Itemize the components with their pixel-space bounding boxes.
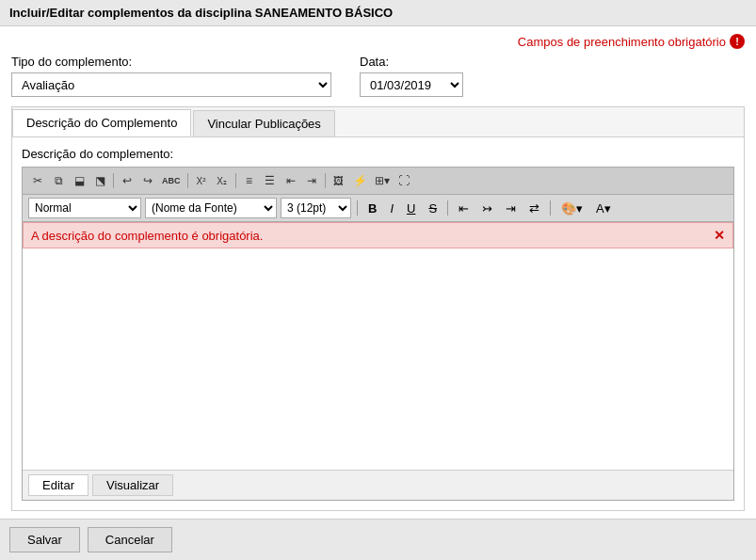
page-title: Incluir/Editar complementos da disciplin…: [0, 0, 756, 26]
required-notice: Campos de preenchimento obrigatório !: [11, 34, 745, 49]
ordered-list-button[interactable]: ≡: [240, 171, 259, 190]
tabs-area: Descrição do Complemento Vincular Public…: [11, 106, 745, 511]
font-color-button[interactable]: A▾: [591, 198, 616, 218]
edit-tab-button[interactable]: Editar: [28, 474, 88, 496]
unordered-list-button[interactable]: ☰: [261, 171, 280, 190]
align-left-button[interactable]: ⇤: [454, 198, 474, 218]
underline-button[interactable]: U: [402, 198, 420, 218]
italic-button[interactable]: I: [385, 198, 398, 218]
tab-descricao[interactable]: Descrição do Complemento: [12, 109, 191, 136]
editor-bottom-tabs: Editar Visualizar: [23, 470, 733, 500]
error-message: A descrição do complemento é obrigatória…: [31, 229, 263, 243]
tipo-group: Tipo do complemento: Avaliação Trabalho …: [11, 55, 331, 97]
data-group: Data: 01/03/2019 02/03/2019: [360, 55, 463, 97]
form-row: Tipo do complemento: Avaliação Trabalho …: [11, 55, 745, 97]
preview-tab-button[interactable]: Visualizar: [92, 474, 173, 496]
highlight-color-button[interactable]: 🎨▾: [556, 198, 587, 218]
align-justify-button[interactable]: ⇄: [524, 198, 544, 218]
table-button[interactable]: ⊞▾: [372, 171, 393, 190]
tipo-select[interactable]: Avaliação Trabalho Atividade Prova: [11, 72, 331, 97]
cut-button[interactable]: ✂: [28, 171, 47, 190]
tabs-header: Descrição do Complemento Vincular Public…: [12, 107, 744, 137]
align-center-button[interactable]: ↣: [477, 198, 497, 218]
indent-button[interactable]: ⇥: [302, 171, 321, 190]
tab-vincular[interactable]: Vincular Publicações: [193, 110, 334, 136]
image-button[interactable]: 🖼: [330, 171, 348, 190]
descricao-label: Descrição do complemento:: [22, 147, 734, 161]
outdent-button[interactable]: ⇤: [281, 171, 300, 190]
page-wrapper: Incluir/Editar complementos da disciplin…: [0, 0, 756, 560]
size-select[interactable]: 3 (12pt) 1 (8pt) 2 (10pt) 4 (14pt): [281, 198, 351, 218]
paste-button[interactable]: ⬓: [70, 171, 88, 190]
data-label: Data:: [360, 55, 463, 69]
format-sep2: [447, 200, 448, 216]
format-sep3: [550, 200, 551, 216]
editor-body[interactable]: [23, 248, 733, 470]
align-right-button[interactable]: ⇥: [501, 198, 521, 218]
error-close-button[interactable]: ✕: [714, 228, 725, 243]
footer-bar: Salvar Cancelar: [0, 519, 756, 560]
fullscreen-button[interactable]: ⛶: [394, 171, 413, 190]
font-select[interactable]: (Nome da Fonte) Arial Times New Roman: [145, 198, 277, 218]
bold-button[interactable]: B: [363, 198, 381, 218]
tab-content-descricao: Descrição do complemento: ✂ ⧉ ⬓ ⬔ ↩ ↪ AB…: [12, 137, 744, 510]
save-button[interactable]: Salvar: [9, 527, 80, 552]
subscript-button[interactable]: X₂: [213, 171, 232, 190]
spellcheck-button[interactable]: ABC: [159, 171, 184, 190]
flash-button[interactable]: ⚡: [350, 171, 370, 190]
main-content: Campos de preenchimento obrigatório ! Ti…: [0, 26, 756, 519]
sep4: [325, 173, 326, 188]
undo-button[interactable]: ↩: [118, 171, 137, 190]
superscript-button[interactable]: X²: [192, 171, 211, 190]
format-sep1: [357, 200, 358, 216]
error-bar: A descrição do complemento é obrigatória…: [23, 222, 733, 248]
sep2: [187, 173, 188, 188]
toolbar-row2: Normal Heading 1 Heading 2 (Nome da Font…: [23, 195, 733, 222]
toolbar-row1: ✂ ⧉ ⬓ ⬔ ↩ ↪ ABC X² X₂ ≡ ☰ ⇤: [23, 168, 733, 195]
cancel-button[interactable]: Cancelar: [88, 527, 172, 552]
paste-text-button[interactable]: ⬔: [90, 171, 109, 190]
data-select[interactable]: 01/03/2019 02/03/2019: [360, 72, 463, 97]
copy-button[interactable]: ⧉: [49, 171, 68, 190]
sep3: [235, 173, 236, 188]
sep1: [113, 173, 114, 188]
tipo-label: Tipo do complemento:: [11, 55, 331, 69]
required-icon: !: [730, 34, 745, 49]
required-notice-text: Campos de preenchimento obrigatório: [518, 35, 726, 49]
style-select[interactable]: Normal Heading 1 Heading 2: [28, 198, 141, 218]
strikethrough-button[interactable]: S: [424, 198, 442, 218]
editor-wrapper: ✂ ⧉ ⬓ ⬔ ↩ ↪ ABC X² X₂ ≡ ☰ ⇤: [22, 167, 734, 501]
redo-button[interactable]: ↪: [138, 171, 157, 190]
